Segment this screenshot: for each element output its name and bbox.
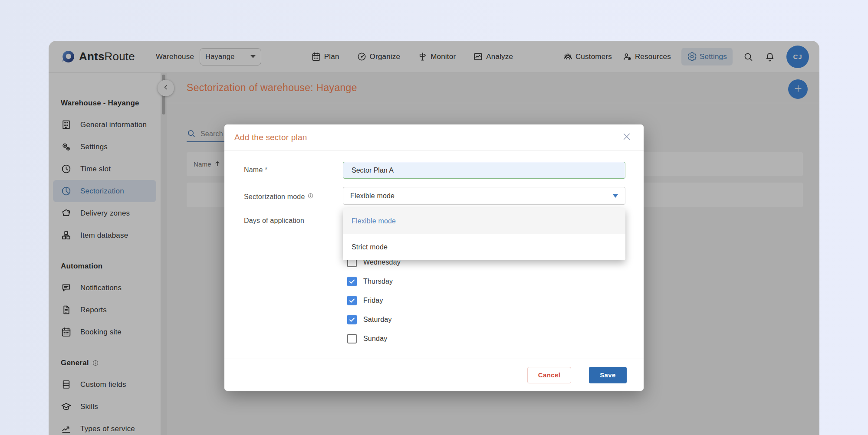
checkbox-saturday[interactable] — [347, 315, 357, 324]
info-icon — [307, 193, 314, 201]
mode-field-label: Sectorization mode — [244, 193, 314, 201]
day-row-friday[interactable]: Friday — [347, 296, 401, 305]
save-button[interactable]: Save — [589, 367, 627, 383]
caret-down-icon — [613, 194, 618, 198]
name-field-label: Name * — [244, 166, 268, 174]
modal-body: Name * Sectorization mode Flexible mode … — [224, 151, 644, 359]
checkbox-friday[interactable] — [347, 296, 357, 305]
day-label: Thursday — [363, 278, 393, 285]
day-row-thursday[interactable]: Thursday — [347, 277, 401, 286]
day-label: Saturday — [363, 316, 392, 324]
close-icon[interactable] — [622, 132, 633, 143]
dropdown-option-strict-mode[interactable]: Strict mode — [343, 234, 625, 260]
days-checkbox-list: WednesdayThursdayFridaySaturdaySunday — [347, 258, 401, 343]
sectorization-mode-select[interactable]: Flexible mode — [343, 187, 625, 205]
cancel-button[interactable]: Cancel — [527, 367, 571, 383]
day-row-sunday[interactable]: Sunday — [347, 334, 401, 343]
days-field-label: Days of application — [244, 217, 304, 225]
day-label: Friday — [363, 297, 383, 304]
day-label: Sunday — [363, 335, 387, 343]
add-sector-plan-modal: Add the sector plan Name * Sectorization… — [224, 124, 644, 391]
checkbox-sunday[interactable] — [347, 334, 357, 343]
checkmark-icon — [349, 278, 355, 285]
name-field[interactable] — [343, 162, 625, 179]
modal-title: Add the sector plan — [234, 133, 307, 142]
modal-footer: Cancel Save — [224, 359, 644, 391]
mode-dropdown-menu: Flexible modeStrict mode — [343, 208, 625, 260]
day-row-saturday[interactable]: Saturday — [347, 315, 401, 324]
dropdown-option-flexible-mode[interactable]: Flexible mode — [343, 208, 625, 234]
checkbox-thursday[interactable] — [347, 277, 357, 286]
mode-select-value: Flexible mode — [350, 192, 395, 200]
checkmark-icon — [349, 297, 355, 304]
checkmark-icon — [349, 316, 355, 323]
modal-header: Add the sector plan — [224, 124, 644, 151]
